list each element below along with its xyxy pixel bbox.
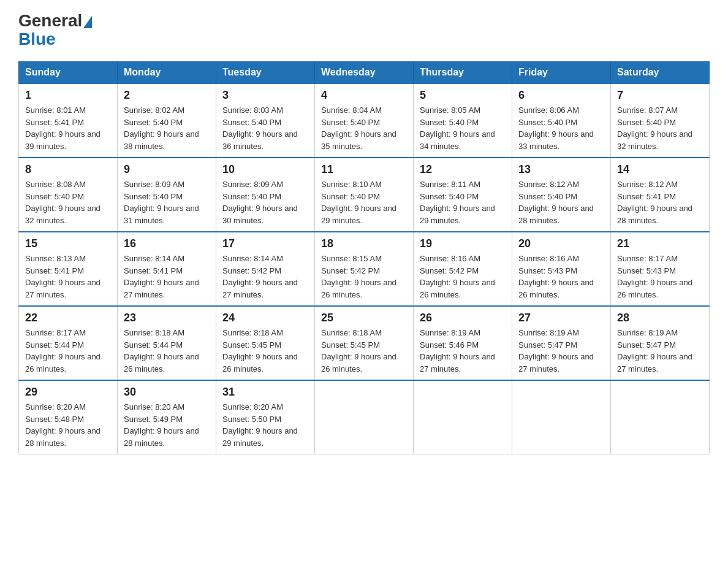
- day-number: 26: [420, 312, 506, 324]
- calendar-day-cell: 19 Sunrise: 8:16 AMSunset: 5:42 PMDaylig…: [414, 232, 512, 306]
- day-info: Sunrise: 8:18 AMSunset: 5:45 PMDaylight:…: [222, 327, 308, 375]
- calendar-week-row: 1 Sunrise: 8:01 AMSunset: 5:41 PMDayligh…: [19, 83, 710, 158]
- day-info: Sunrise: 8:17 AMSunset: 5:44 PMDaylight:…: [25, 327, 111, 375]
- calendar-day-cell: 23 Sunrise: 8:18 AMSunset: 5:44 PMDaylig…: [118, 306, 216, 380]
- logo-blue-text: Blue: [18, 29, 56, 49]
- calendar-week-row: 29 Sunrise: 8:20 AMSunset: 5:48 PMDaylig…: [19, 380, 710, 454]
- calendar-day-cell: 11 Sunrise: 8:10 AMSunset: 5:40 PMDaylig…: [315, 158, 414, 232]
- day-info: Sunrise: 8:02 AMSunset: 5:40 PMDaylight:…: [124, 104, 210, 152]
- day-number: 9: [124, 163, 210, 176]
- calendar-day-cell: 14 Sunrise: 8:12 AMSunset: 5:41 PMDaylig…: [611, 158, 710, 232]
- day-info: Sunrise: 8:01 AMSunset: 5:41 PMDaylight:…: [25, 104, 111, 152]
- day-number: 13: [518, 163, 604, 176]
- day-info: Sunrise: 8:20 AMSunset: 5:48 PMDaylight:…: [25, 401, 111, 449]
- day-info: Sunrise: 8:19 AMSunset: 5:46 PMDaylight:…: [420, 327, 506, 375]
- calendar-day-cell: 6 Sunrise: 8:06 AMSunset: 5:40 PMDayligh…: [512, 83, 611, 158]
- calendar-body: 1 Sunrise: 8:01 AMSunset: 5:41 PMDayligh…: [19, 83, 710, 454]
- calendar-day-cell: 1 Sunrise: 8:01 AMSunset: 5:41 PMDayligh…: [19, 83, 118, 158]
- day-number: 14: [617, 163, 703, 176]
- day-number: 23: [124, 312, 210, 324]
- day-info: Sunrise: 8:16 AMSunset: 5:42 PMDaylight:…: [420, 253, 506, 301]
- day-number: 25: [321, 312, 407, 324]
- day-number: 5: [420, 89, 506, 102]
- logo: General Blue: [18, 12, 92, 49]
- day-number: 15: [25, 237, 111, 250]
- day-number: 21: [617, 237, 703, 250]
- day-number: 19: [420, 237, 506, 250]
- calendar-day-cell: 15 Sunrise: 8:13 AMSunset: 5:41 PMDaylig…: [19, 232, 118, 306]
- day-info: Sunrise: 8:17 AMSunset: 5:43 PMDaylight:…: [617, 253, 703, 301]
- calendar-day-cell: 29 Sunrise: 8:20 AMSunset: 5:48 PMDaylig…: [19, 380, 118, 454]
- col-thursday: Thursday: [414, 62, 512, 84]
- day-number: 6: [518, 89, 604, 102]
- calendar-day-cell: 4 Sunrise: 8:04 AMSunset: 5:40 PMDayligh…: [315, 83, 414, 158]
- day-info: Sunrise: 8:20 AMSunset: 5:49 PMDaylight:…: [124, 401, 210, 449]
- day-info: Sunrise: 8:07 AMSunset: 5:40 PMDaylight:…: [617, 104, 703, 152]
- logo-general-text: General: [18, 12, 82, 29]
- page-header: General Blue: [18, 12, 710, 49]
- day-number: 18: [321, 237, 407, 250]
- calendar-day-cell: 3 Sunrise: 8:03 AMSunset: 5:40 PMDayligh…: [216, 83, 315, 158]
- calendar-day-cell: 22 Sunrise: 8:17 AMSunset: 5:44 PMDaylig…: [19, 306, 118, 380]
- day-info: Sunrise: 8:11 AMSunset: 5:40 PMDaylight:…: [420, 178, 506, 226]
- col-tuesday: Tuesday: [216, 62, 315, 84]
- day-number: 2: [124, 89, 210, 102]
- col-saturday: Saturday: [611, 62, 710, 84]
- col-monday: Monday: [118, 62, 216, 84]
- day-number: 30: [124, 386, 210, 399]
- day-info: Sunrise: 8:19 AMSunset: 5:47 PMDaylight:…: [518, 327, 604, 375]
- day-number: 28: [617, 312, 703, 324]
- day-number: 24: [222, 312, 308, 324]
- calendar-day-cell: 9 Sunrise: 8:09 AMSunset: 5:40 PMDayligh…: [118, 158, 216, 232]
- day-info: Sunrise: 8:14 AMSunset: 5:42 PMDaylight:…: [222, 253, 308, 301]
- day-info: Sunrise: 8:13 AMSunset: 5:41 PMDaylight:…: [25, 253, 111, 301]
- calendar-day-cell: 20 Sunrise: 8:16 AMSunset: 5:43 PMDaylig…: [512, 232, 611, 306]
- day-number: 3: [222, 89, 308, 102]
- day-number: 4: [321, 89, 407, 102]
- day-info: Sunrise: 8:19 AMSunset: 5:47 PMDaylight:…: [617, 327, 703, 375]
- calendar-day-cell: [414, 380, 512, 454]
- day-info: Sunrise: 8:14 AMSunset: 5:41 PMDaylight:…: [124, 253, 210, 301]
- calendar-day-cell: 5 Sunrise: 8:05 AMSunset: 5:40 PMDayligh…: [414, 83, 512, 158]
- calendar-week-row: 22 Sunrise: 8:17 AMSunset: 5:44 PMDaylig…: [19, 306, 710, 380]
- col-wednesday: Wednesday: [315, 62, 414, 84]
- day-info: Sunrise: 8:10 AMSunset: 5:40 PMDaylight:…: [321, 178, 407, 226]
- calendar-day-cell: 26 Sunrise: 8:19 AMSunset: 5:46 PMDaylig…: [414, 306, 512, 380]
- calendar-day-cell: 25 Sunrise: 8:18 AMSunset: 5:45 PMDaylig…: [315, 306, 414, 380]
- day-number: 16: [124, 237, 210, 250]
- day-info: Sunrise: 8:03 AMSunset: 5:40 PMDaylight:…: [222, 104, 308, 152]
- day-info: Sunrise: 8:04 AMSunset: 5:40 PMDaylight:…: [321, 104, 407, 152]
- calendar-day-cell: 10 Sunrise: 8:09 AMSunset: 5:40 PMDaylig…: [216, 158, 315, 232]
- calendar-day-cell: 2 Sunrise: 8:02 AMSunset: 5:40 PMDayligh…: [118, 83, 216, 158]
- day-number: 29: [25, 386, 111, 399]
- calendar-header-row: Sunday Monday Tuesday Wednesday Thursday…: [19, 62, 710, 84]
- col-sunday: Sunday: [19, 62, 118, 84]
- calendar-day-cell: 21 Sunrise: 8:17 AMSunset: 5:43 PMDaylig…: [611, 232, 710, 306]
- col-friday: Friday: [512, 62, 611, 84]
- day-info: Sunrise: 8:06 AMSunset: 5:40 PMDaylight:…: [518, 104, 604, 152]
- calendar-day-cell: 8 Sunrise: 8:08 AMSunset: 5:40 PMDayligh…: [19, 158, 118, 232]
- day-number: 20: [518, 237, 604, 250]
- day-info: Sunrise: 8:12 AMSunset: 5:40 PMDaylight:…: [518, 178, 604, 226]
- day-number: 1: [25, 89, 111, 102]
- day-info: Sunrise: 8:09 AMSunset: 5:40 PMDaylight:…: [222, 178, 308, 226]
- calendar-day-cell: [512, 380, 611, 454]
- calendar-day-cell: 17 Sunrise: 8:14 AMSunset: 5:42 PMDaylig…: [216, 232, 315, 306]
- day-number: 31: [222, 386, 308, 399]
- calendar-day-cell: 30 Sunrise: 8:20 AMSunset: 5:49 PMDaylig…: [118, 380, 216, 454]
- calendar-day-cell: 28 Sunrise: 8:19 AMSunset: 5:47 PMDaylig…: [611, 306, 710, 380]
- calendar-day-cell: 7 Sunrise: 8:07 AMSunset: 5:40 PMDayligh…: [611, 83, 710, 158]
- day-info: Sunrise: 8:20 AMSunset: 5:50 PMDaylight:…: [222, 401, 308, 449]
- calendar-day-cell: 18 Sunrise: 8:15 AMSunset: 5:42 PMDaylig…: [315, 232, 414, 306]
- calendar-day-cell: [611, 380, 710, 454]
- day-number: 22: [25, 312, 111, 324]
- calendar-week-row: 8 Sunrise: 8:08 AMSunset: 5:40 PMDayligh…: [19, 158, 710, 232]
- day-number: 10: [222, 163, 308, 176]
- day-info: Sunrise: 8:08 AMSunset: 5:40 PMDaylight:…: [25, 178, 111, 226]
- calendar-day-cell: 31 Sunrise: 8:20 AMSunset: 5:50 PMDaylig…: [216, 380, 315, 454]
- day-info: Sunrise: 8:09 AMSunset: 5:40 PMDaylight:…: [124, 178, 210, 226]
- calendar-day-cell: 12 Sunrise: 8:11 AMSunset: 5:40 PMDaylig…: [414, 158, 512, 232]
- calendar-day-cell: 13 Sunrise: 8:12 AMSunset: 5:40 PMDaylig…: [512, 158, 611, 232]
- calendar-table: Sunday Monday Tuesday Wednesday Thursday…: [18, 61, 710, 454]
- day-info: Sunrise: 8:18 AMSunset: 5:44 PMDaylight:…: [124, 327, 210, 375]
